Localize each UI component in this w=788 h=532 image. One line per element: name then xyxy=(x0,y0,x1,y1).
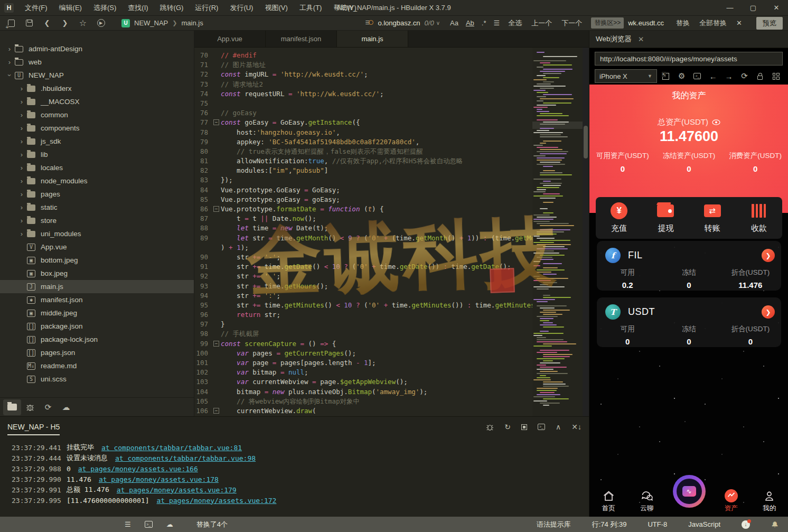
back-button[interactable]: ❮ xyxy=(40,17,54,29)
network-icon[interactable]: ☁ xyxy=(166,520,173,528)
menu-item[interactable]: 文件(F) xyxy=(19,0,53,16)
tree-item[interactable]: []pages.json xyxy=(0,346,194,359)
tree-item[interactable]: ›components xyxy=(0,122,194,135)
nav-back-button[interactable]: ← xyxy=(706,69,720,83)
breadcrumb-project[interactable]: NEW_NAP xyxy=(134,19,168,27)
tree-item[interactable]: ›locales xyxy=(0,161,194,174)
tree-item[interactable]: Jmain.js xyxy=(0,280,194,293)
tab-App.vue[interactable]: App.vue xyxy=(194,31,266,47)
editor-scrollbar[interactable] xyxy=(583,48,589,416)
fold-marker-icon[interactable] xyxy=(212,339,221,349)
log-source-link[interactable]: at components/tabbar/tabbar.vue:98 xyxy=(115,454,256,462)
menu-item[interactable]: 跳转(G) xyxy=(154,0,190,16)
url-input[interactable]: http://localhost:8080/#/pages/money/asse… xyxy=(595,52,783,66)
open-external-button[interactable] xyxy=(659,69,673,83)
whole-word-toggle[interactable]: Ab xyxy=(466,19,474,27)
stop-icon[interactable] xyxy=(521,424,527,430)
menu-item[interactable]: 发行(U) xyxy=(224,0,259,16)
debug-tab-button[interactable] xyxy=(21,399,39,415)
collapse-panel-icon[interactable]: ∧ xyxy=(556,423,561,431)
match-case-toggle[interactable]: Aa xyxy=(450,19,458,27)
multiline-toggle[interactable]: ☰ xyxy=(494,19,500,27)
chevron-down-icon[interactable]: › xyxy=(6,70,14,81)
forward-button[interactable]: ❯ xyxy=(58,17,72,29)
menu-item[interactable]: 编辑(E) xyxy=(53,0,88,16)
chevron-right-icon[interactable]: › xyxy=(16,190,27,198)
replace-button[interactable]: 替换 xyxy=(676,18,690,28)
coin-detail-arrow-icon[interactable]: ❯ xyxy=(762,305,775,319)
tree-item[interactable]: ›store xyxy=(0,214,194,227)
notification-bell-icon[interactable]: 🔔︎ xyxy=(771,520,778,529)
scrollbar-thumb[interactable] xyxy=(584,126,588,158)
next-match-button[interactable]: 下一个 xyxy=(561,18,582,28)
outline-icon[interactable]: ☰ xyxy=(125,520,131,528)
tree-item[interactable]: ›__MACOSX xyxy=(0,95,194,108)
center-action-button[interactable]: ∿ xyxy=(673,475,706,508)
unlock-button[interactable] xyxy=(754,69,767,83)
clear-console-icon[interactable]: ✕↓ xyxy=(571,423,581,431)
breadcrumb-file[interactable]: main.js xyxy=(182,19,203,27)
tab-manifest.json[interactable]: manifest.json xyxy=(266,31,337,47)
fold-marker-icon[interactable] xyxy=(212,204,221,214)
tree-item[interactable]: ›.hbuilderx xyxy=(0,82,194,95)
find-input[interactable]: o.longbasz.cn xyxy=(378,19,420,27)
tree-item[interactable]: []package-lock.json xyxy=(0,333,194,346)
tree-item[interactable]: VApp.vue xyxy=(0,240,194,254)
coin-card-FIL[interactable]: fFIL❯可用0.2冻结0折合(USDT)11.476 xyxy=(597,241,781,291)
tab-首页[interactable]: 首页 xyxy=(589,490,628,513)
menu-item[interactable]: 选择(S) xyxy=(88,0,122,16)
tree-item[interactable]: M↓readme.md xyxy=(0,359,194,372)
chevron-right-icon[interactable]: › xyxy=(16,111,27,119)
menu-item[interactable]: 工具(T) xyxy=(294,0,328,16)
fold-marker-icon[interactable] xyxy=(212,118,221,127)
browser-tab[interactable]: Web浏览器 ✕ xyxy=(596,34,644,44)
log-source-link[interactable]: at pages/money/assets.vue:172 xyxy=(156,497,276,505)
new-console-icon[interactable]: >_ xyxy=(538,424,545,430)
tree-item[interactable]: ▣middle.jpeg xyxy=(0,306,194,320)
tree-item[interactable]: ▣box.jpeg xyxy=(0,267,194,280)
syntax-lib-status[interactable]: 语法提示库 xyxy=(537,520,571,529)
log-source-link[interactable]: at components/tabbar/tabbar.vue:81 xyxy=(101,444,242,452)
refresh-tab-button[interactable]: ⟳ xyxy=(39,399,57,415)
tab-我的[interactable]: 我的 xyxy=(751,490,788,513)
chevron-right-icon[interactable]: › xyxy=(16,217,27,225)
close-button[interactable]: ✕ xyxy=(765,0,788,15)
tab-资产[interactable]: 资产 xyxy=(712,489,751,513)
tree-item[interactable]: ›common xyxy=(0,108,194,122)
log-source-link[interactable]: at pages/money/assets.vue:179 xyxy=(117,486,237,494)
menu-item[interactable]: 运行(R) xyxy=(189,0,224,16)
close-find-icon[interactable]: ✕ xyxy=(736,19,742,27)
tree-item[interactable]: ›pages xyxy=(0,188,194,201)
tree-item[interactable]: ›js_sdk xyxy=(0,135,194,148)
web-tab-button[interactable]: ☁ xyxy=(57,399,75,415)
run-button[interactable]: ▶ xyxy=(94,17,108,29)
tree-item[interactable]: ▣bottom.jpeg xyxy=(0,254,194,267)
log-source-link[interactable]: at pages/money/assets.vue:178 xyxy=(99,475,219,483)
chevron-right-icon[interactable]: › xyxy=(4,58,15,66)
tree-item[interactable]: ›admin-antDesign xyxy=(0,42,194,55)
chevron-right-icon[interactable]: › xyxy=(16,137,27,145)
language-mode[interactable]: JavaScript xyxy=(688,520,720,528)
action-收款[interactable]: 收款 xyxy=(736,202,782,234)
coin-card-USDT[interactable]: TUSDT❯可用0冻结0折合(USDT)0 xyxy=(597,297,781,347)
tree-item[interactable]: ›web xyxy=(0,55,194,69)
debug-icon[interactable] xyxy=(486,423,494,431)
maximize-button[interactable]: ▢ xyxy=(742,0,765,15)
encoding-status[interactable]: UTF-8 xyxy=(648,520,667,528)
new-file-button[interactable] xyxy=(4,17,18,29)
bookmark-button[interactable]: ☆ xyxy=(76,17,90,29)
restart-icon[interactable]: ↻ xyxy=(504,423,511,431)
minimize-button[interactable]: — xyxy=(718,0,742,15)
close-browser-tab-icon[interactable]: ✕ xyxy=(638,35,644,43)
chevron-right-icon[interactable]: › xyxy=(4,45,15,53)
tree-item[interactable]: ✱manifest.json xyxy=(0,293,194,306)
nav-forward-button[interactable]: → xyxy=(722,69,736,83)
action-转账[interactable]: ⇄转账 xyxy=(689,202,736,234)
tab-main.js[interactable]: main.js xyxy=(337,31,408,47)
tree-item[interactable]: ›lib xyxy=(0,148,194,161)
chevron-right-icon[interactable]: › xyxy=(16,203,27,211)
explorer-tab-button[interactable] xyxy=(3,399,21,415)
console-tab[interactable]: NEW_NAP - H5 xyxy=(7,423,60,435)
save-button[interactable] xyxy=(22,17,36,29)
log-source-link[interactable]: at pages/money/assets.vue:166 xyxy=(78,465,198,473)
